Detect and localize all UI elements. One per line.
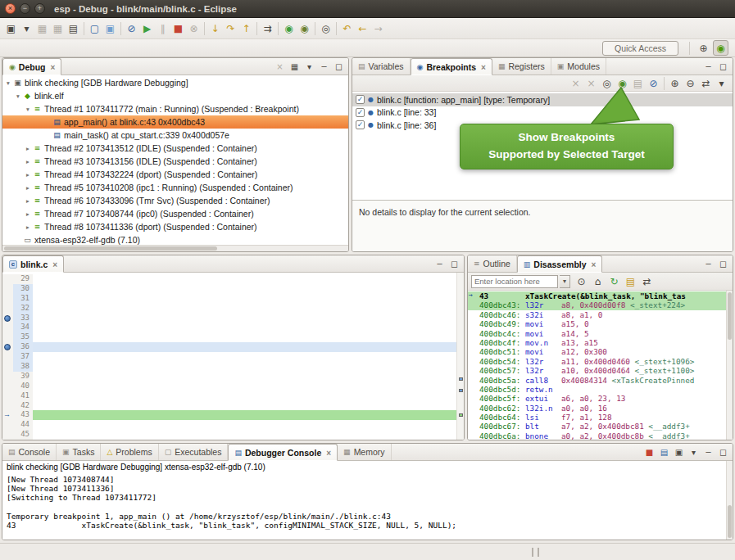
horizontal-scrollbar[interactable] [2, 245, 348, 251]
debug-tree-item[interactable]: ▤ main_task() at cpu_start.c:339 0x400d0… [2, 129, 348, 142]
breakpoint-marker-icon[interactable] [4, 315, 11, 322]
expander-icon[interactable]: ▸ [24, 224, 32, 231]
tab-debugger-console[interactable]: ▤ Debugger Console [228, 444, 338, 461]
maximize-icon[interactable] [716, 257, 730, 271]
expander-icon[interactable]: ▾ [14, 93, 22, 100]
disassembly-gutter[interactable] [468, 394, 478, 403]
code-line[interactable]: 36 gpio_set_level(BLINK_GPIO, 1); [2, 342, 456, 352]
breakpoint-gutter[interactable] [2, 352, 13, 362]
overview-breakpoint-marker[interactable] [459, 389, 463, 392]
breakpoint-gutter[interactable] [2, 410, 13, 420]
window-maximize-button[interactable]: + [34, 3, 45, 14]
disassembly-gutter[interactable] [468, 404, 478, 413]
view-menu-icon[interactable]: ▾ [302, 60, 316, 74]
debug-tree-item[interactable]: ▸ ≡ Thread #7 1073408744 (ipc0) (Suspend… [2, 207, 348, 220]
open-perspective-icon[interactable]: ⊕ [696, 40, 711, 56]
back-icon[interactable]: ← [355, 20, 370, 36]
tab-memory[interactable]: ▦ Memory [338, 444, 391, 460]
last-edit-location-icon[interactable]: ↶ [339, 20, 355, 36]
minimize-icon[interactable] [701, 257, 715, 271]
refresh-icon[interactable]: ↻ [606, 273, 622, 289]
code-line[interactable]: 33 gpio_set_level(BLINK_GPIO, 0); [2, 314, 456, 323]
code-text[interactable]: } [33, 372, 456, 382]
maximize-icon[interactable] [332, 60, 346, 74]
debug-tree-item[interactable]: ▸ ≡ Thread #4 1073432224 (dport) (Suspen… [2, 168, 348, 181]
code-text[interactable]: gpio_set_level(BLINK_GPIO, 1); [33, 342, 456, 352]
code-line[interactable]: 32 /* Blink off (output low) */ [2, 304, 456, 314]
code-text[interactable]: /* Blink on (output high) */ [33, 332, 456, 342]
breakpoint-checkbox[interactable] [356, 95, 365, 104]
tab-variables[interactable]: ▤ Variables [352, 58, 411, 75]
code-text[interactable]: vTaskDelay(1000 / portTICK_PERIOD_MS); [33, 352, 456, 362]
close-icon[interactable] [49, 62, 56, 72]
code-line[interactable]: 45 [2, 430, 456, 440]
skip-all-breakpoints-icon[interactable]: ⊘ [124, 20, 139, 36]
code-text[interactable]: } [33, 420, 456, 430]
code-text[interactable]: } [33, 362, 456, 372]
breakpoint-gutter[interactable] [2, 274, 13, 284]
breakpoint-gutter[interactable] [2, 420, 13, 430]
breakpoint-gutter[interactable] [2, 382, 13, 391]
view-layout-icon[interactable]: ▦ [288, 60, 302, 74]
breakpoint-item[interactable]: ● blink.c [line: 33] [352, 106, 733, 120]
breakpoint-gutter[interactable] [2, 323, 13, 332]
tab-console[interactable]: ▤ Console [2, 444, 57, 460]
terminate-icon[interactable]: ■ [642, 445, 656, 459]
expander-icon[interactable]: ▸ [24, 197, 32, 205]
code-text[interactable]: /* Blink off (output low) */ [33, 304, 456, 314]
tab-debug[interactable]: ◉ Debug [2, 58, 61, 75]
close-icon[interactable] [590, 260, 597, 269]
pin-view-icon[interactable]: ⊙ [574, 273, 589, 289]
code-line[interactable]: 37 vTaskDelay(1000 / portTICK_PERIOD_MS)… [2, 352, 456, 362]
tab-breakpoints[interactable]: ◉ Breakpoints [411, 58, 492, 75]
print-icon[interactable]: ▤ [66, 20, 81, 36]
close-icon[interactable] [324, 448, 331, 458]
tab-disassembly[interactable]: ▥ Disassembly [517, 255, 603, 273]
overview-current-line-marker[interactable] [459, 413, 463, 417]
code-text[interactable]: vTaskDelay(1000 / portTICK_PERIOD_MS); [33, 323, 456, 332]
scrollbar-thumb[interactable] [4, 246, 217, 251]
maximize-icon[interactable] [447, 257, 461, 271]
disassembly-gutter[interactable] [468, 329, 478, 338]
new-c-file-icon[interactable]: ▢ [87, 20, 102, 36]
breakpoint-item[interactable]: ● blink.c [function: app_main] [type: Te… [352, 93, 733, 106]
instruction-stepping-icon[interactable]: ⇉ [260, 20, 275, 36]
disassembly-gutter[interactable] [468, 357, 478, 366]
code-text[interactable]: gpio_set_direction(BLINK_GPIO, GPIO_MODE… [33, 284, 456, 294]
debug-icon[interactable]: ◉ [297, 20, 312, 36]
breakpoint-gutter[interactable] [2, 314, 13, 323]
expander-icon[interactable]: ▸ [24, 145, 32, 152]
code-text[interactable] [33, 430, 456, 440]
debug-tree-item[interactable]: ▤ app_main() at blink.c:43 0x400dbc43 [2, 115, 348, 129]
vertical-scrollbar[interactable] [726, 461, 733, 540]
link-with-debug-icon[interactable]: ⇄ [698, 75, 714, 91]
view-menu-icon[interactable]: ▾ [714, 75, 729, 91]
home-icon[interactable]: ⌂ [590, 273, 606, 289]
minimize-icon[interactable] [701, 60, 715, 74]
code-text[interactable]: void app_main() [33, 391, 456, 401]
remove-breakpoint-icon[interactable]: × [568, 75, 583, 91]
code-line[interactable]: 31 while(1) { [2, 294, 456, 304]
debug-tree-item[interactable]: ▾ ≡ Thread #1 1073411772 (main : Running… [2, 102, 348, 115]
save-icon[interactable]: ▦ [34, 20, 50, 36]
breakpoint-gutter[interactable] [2, 342, 13, 352]
expander-icon[interactable]: ▸ [24, 158, 32, 165]
breakpoint-gutter[interactable] [2, 284, 13, 294]
new-wizard-icon[interactable]: ▣ [3, 20, 19, 36]
debug-tree-item[interactable]: ▸ ≡ Thread #3 1073413156 (IDLE) (Suspend… [2, 155, 348, 168]
disassembly-gutter[interactable] [468, 413, 478, 422]
code-line[interactable]: 30 gpio_set_direction(BLINK_GPIO, GPIO_M… [2, 284, 456, 294]
resume-icon[interactable]: ▶ [139, 20, 155, 36]
breakpoint-gutter[interactable] [2, 294, 13, 304]
suspend-icon[interactable]: ∥ [155, 20, 170, 36]
code-line[interactable]: 34 vTaskDelay(1000 / portTICK_PERIOD_MS)… [2, 323, 456, 332]
breakpoint-gutter[interactable] [2, 332, 13, 342]
minimize-icon[interactable] [317, 60, 331, 74]
open-console-icon[interactable]: ▣ [672, 445, 686, 459]
code-text[interactable]: { [33, 401, 456, 411]
step-over-icon[interactable]: ↷ [223, 20, 238, 36]
expander-icon[interactable]: ▸ [24, 210, 32, 218]
disassembly-gutter[interactable] [468, 347, 478, 356]
code-line[interactable]: 40 [2, 382, 456, 391]
debug-tree-item[interactable]: ▸ ≡ Thread #8 1073411336 (dport) (Suspen… [2, 220, 348, 233]
